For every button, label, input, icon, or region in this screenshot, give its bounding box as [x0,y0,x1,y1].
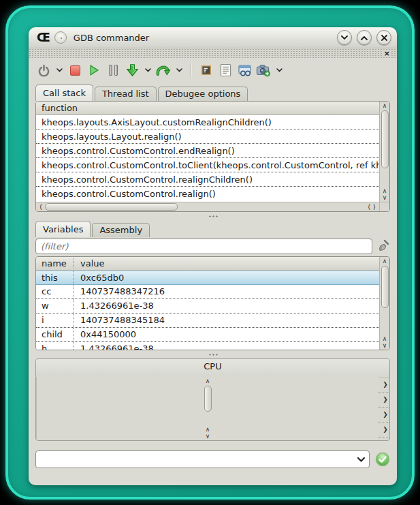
scroll-up-icon[interactable]: ∧ [206,378,210,384]
power-dropdown-button[interactable] [54,62,64,78]
callstack-horizontal-scrollbar[interactable]: ⟨ ⟨ ⟩ [36,202,379,212]
close-icon [381,35,387,41]
scrollbar-thumb[interactable] [45,203,178,211]
scroll-up-icon[interactable]: ∧ [383,187,387,194]
combo-dropdown-button[interactable] [353,457,369,462]
step-over-dropdown-button[interactable] [174,62,184,78]
cpu-register-row[interactable]: ❯ SSR (TInspectableSSR) [378,423,389,438]
scroll-down-icon[interactable]: ∨ [383,194,387,201]
add-watchpoint-button[interactable] [255,62,272,78]
callstack-row[interactable]: kheops.layouts.AxisLayout.customRealignC… [36,115,379,129]
command-row [29,445,397,470]
variable-row[interactable]: h 1.43266961e-38 [36,342,379,350]
callstack-row[interactable]: kheops.control.CustomControl.realignChil… [36,172,379,187]
variable-row[interactable]: cc 140737488347216 [36,285,379,299]
expand-icon[interactable]: ❯ [378,408,390,422]
watch-dropdown-button[interactable] [274,62,284,78]
callstack-row[interactable]: kheops.control.CustomControl.realign() [36,187,379,201]
step-over-button[interactable] [155,62,172,78]
splitter-handle[interactable] [29,212,397,220]
variables-table: name value this 0xc65db0 cc 140737488347… [35,256,390,350]
screenshot-root: Œ GDB commander × [0,0,420,505]
column-header-name[interactable]: name [36,258,74,269]
chevron-down-icon [145,68,151,72]
step-into-dropdown-button[interactable] [143,62,152,78]
filter-input[interactable] [35,239,372,254]
scrollbar-thumb[interactable] [381,110,389,168]
callstack-row[interactable]: kheops.control.CustomControl.endRealign(… [36,144,379,158]
callstack-row[interactable]: kheops.layouts.Layout.realign() [36,129,379,144]
scroll-down-icon[interactable]: ∨ [383,342,387,349]
scroll-left-icon[interactable]: ⟨ [38,203,44,211]
pause-button[interactable] [105,62,121,78]
variable-row[interactable]: w 1.43266961e-38 [36,299,379,313]
scrollbar-thumb[interactable] [381,266,389,308]
scroll-left-icon[interactable]: ⟨ [366,203,372,211]
clear-filter-button[interactable] [376,239,390,254]
scroll-up-icon[interactable]: ∧ [206,426,210,433]
callstack-column-header[interactable]: function [36,102,379,115]
close-button[interactable] [376,30,391,45]
step-into-icon [125,63,140,78]
tab-thread-list[interactable]: Thread list [95,87,157,101]
pause-icon [109,65,118,76]
run-button[interactable] [86,62,102,78]
stop-button[interactable] [67,62,83,78]
step-into-button[interactable] [124,62,140,78]
callstack-row[interactable]: kheops.control.CustomControl.toClient(kh… [36,158,379,172]
scroll-up-icon[interactable]: ∧ [383,335,387,342]
command-combobox[interactable] [35,450,370,468]
tab-assembly[interactable]: Assembly [92,223,150,237]
scroll-up-icon[interactable]: ∧ [383,102,387,109]
pin-button[interactable] [54,31,67,44]
tab-call-stack[interactable]: Call stack [35,85,93,101]
power-icon [37,64,50,77]
ok-check-icon [375,452,390,467]
cpu-view-button[interactable] [198,62,214,78]
tab-debugee-options[interactable]: Debugee options [158,87,248,101]
scrollbar-thumb[interactable] [204,386,212,412]
variables-header-row: name value [36,257,379,271]
cpu-chip-icon [199,63,213,77]
cpu-vertical-scrollbar[interactable]: ∧ ∧ ∨ [36,377,378,441]
send-command-button[interactable] [375,452,390,467]
middle-tabbar: Variables Assembly [29,220,397,237]
variables-vertical-scrollbar[interactable]: ∧ ∧ ∨ [379,257,389,350]
cpu-register-row[interactable]: ❯ CPU (TInspectableGPR) [378,378,389,393]
watch-window-icon [238,64,252,77]
splitter-handle[interactable] [29,350,397,358]
chevron-down-icon [341,35,348,40]
app-logo-icon: Œ [37,32,50,44]
cpu-register-row[interactable]: ❯ FLAGS [PF,ZF,IF] [378,393,389,408]
play-icon [88,64,100,76]
chevron-down-icon [276,68,282,72]
gdb-commander-window: Œ GDB commander × [29,27,397,485]
document-icon [220,63,231,77]
gdb-output-button[interactable] [217,62,233,78]
power-button[interactable] [35,62,52,78]
cpu-register-row[interactable]: ❯ FPU (TInspectableFPR) [378,408,389,423]
debug-toolbar [29,58,397,82]
callstack-list: function kheops.layouts.AxisLayout.custo… [35,101,390,212]
callstack-vertical-scrollbar[interactable]: ∧ ∧ ∨ [379,102,389,202]
titlebar[interactable]: Œ GDB commander [29,27,397,48]
window-title: GDB commander [74,33,149,43]
expand-icon[interactable]: ❯ [378,423,390,437]
scroll-down-icon[interactable]: ∨ [206,433,210,440]
variable-row[interactable]: child 0x44150000 [36,328,379,342]
dock-close-icon[interactable]: × [383,50,391,57]
scroll-up-icon[interactable]: ∧ [383,258,387,264]
column-header-value[interactable]: value [74,258,105,269]
dock-handle-strip[interactable]: × [29,48,397,58]
shade-button[interactable] [337,30,352,45]
expand-icon[interactable]: ❯ [378,393,390,407]
variable-row[interactable]: i 140737488345184 [36,313,379,328]
tab-variables[interactable]: Variables [35,221,91,237]
command-input[interactable] [36,451,353,468]
expand-icon[interactable]: ❯ [378,378,390,392]
variable-row[interactable]: this 0xc65db0 [36,271,379,285]
inspect-window-button[interactable] [236,62,253,78]
scroll-right-icon[interactable]: ⟩ [372,203,377,211]
maximize-button[interactable] [357,30,372,45]
chevron-up-icon [361,35,368,40]
